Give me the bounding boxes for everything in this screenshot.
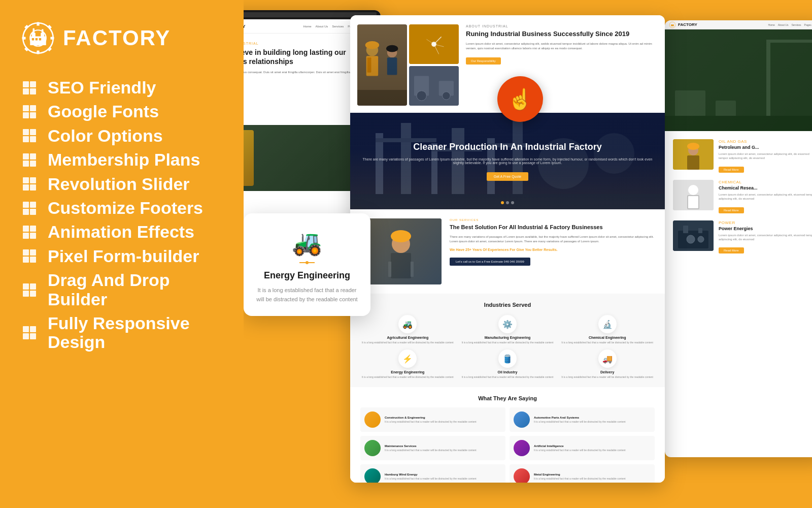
- feature-item-slider: Revolution Slider: [20, 175, 223, 194]
- service-btn-petroleum[interactable]: Read More: [719, 167, 744, 173]
- hero-dot-3[interactable]: [511, 201, 514, 204]
- testimonial-text-2: Automotive Parts And Systems It is a lon…: [534, 416, 626, 424]
- feature-icon-form: [20, 247, 39, 265]
- ss-right-nav-items: Home About Us Services Pages Contact: [768, 23, 812, 26]
- ss-industries-section: Industries Served 🚜 Agricultural Enginee…: [350, 294, 665, 387]
- service-desc-power: Lorem ipsum dolor sit amet, consectetur …: [719, 233, 812, 242]
- testimonial-text-6: Metal Engineering It is a long establish…: [534, 473, 626, 481]
- testimonial-avatar-4: [514, 440, 530, 456]
- svg-rect-5: [33, 28, 35, 34]
- testimonial-item-2: Automotive Parts And Systems It is a lon…: [510, 407, 655, 432]
- service-item-petroleum: OIL AND GAS Petroleum and G... Lorem ips…: [673, 139, 812, 173]
- service-img-power: [673, 220, 714, 251]
- ss-industries-title: Industries Served: [360, 302, 655, 308]
- ss-right-logo-area: FACTORY: [669, 21, 697, 28]
- feature-icon-animation: [20, 223, 39, 241]
- service-title-power: Power Energies: [719, 226, 812, 231]
- feature-item-responsive: Fully Responsive Design: [20, 314, 223, 352]
- svg-point-23: [366, 44, 379, 56]
- delivery-emoji: 🚚: [602, 354, 613, 364]
- feature-item-drag: Drag And Drop Builder: [20, 271, 223, 309]
- industry-desc-oil: It is a long established fact that a rea…: [460, 375, 555, 379]
- ss-right-logo-icon: [669, 21, 676, 28]
- logo-area: FACTORY: [20, 20, 223, 56]
- hero-dot-2[interactable]: [506, 201, 509, 204]
- feature-label-colors: Color Options: [48, 126, 163, 145]
- industry-desc-chemical: It is a long established fact that a rea…: [560, 341, 655, 344]
- hero-dot-1[interactable]: [501, 201, 504, 204]
- svg-rect-13: [51, 37, 54, 39]
- industry-manufacturing: ⚙️ Manufacturing Engineering It is a lon…: [460, 315, 555, 344]
- testimonial-title-6: Metal Engineering: [534, 473, 626, 476]
- testimonials-grid: Construction & Engineering It is a long …: [360, 407, 655, 483]
- industry-name-delivery: Delivery: [560, 370, 655, 374]
- service-btn-power[interactable]: Read More: [719, 247, 744, 253]
- feature-label-slider: Revolution Slider: [48, 175, 190, 194]
- svg-rect-8: [36, 38, 38, 40]
- hero-dots: [501, 201, 514, 204]
- feature-label-form: Pixel Form-builder: [48, 247, 199, 266]
- svg-point-71: [687, 143, 699, 150]
- industry-name-chemical: Chemical Engineering: [560, 336, 655, 339]
- feature-icon-fonts: [20, 103, 39, 121]
- svg-rect-79: [683, 226, 688, 233]
- testimonial-body-3: It is a long established fact that a rea…: [385, 449, 477, 452]
- svg-rect-17: [47, 47, 52, 52]
- machinery-img: [409, 66, 459, 106]
- screenshot-right: FACTORY Home About Us Services Pages Con…: [665, 20, 812, 457]
- industry-desc-manufacturing: It is a long established fact that a rea…: [460, 341, 555, 344]
- feature-item-colors: Color Options: [20, 126, 223, 145]
- ss-solution-highlight: We Have 25+ Years Of Experiences For Giv…: [450, 248, 655, 251]
- ss-solution-cta[interactable]: Let's call us to Get a Free Estimate 046…: [450, 258, 530, 266]
- nav-about: About Us: [316, 25, 328, 28]
- industry-chemical: 🔬 Chemical Engineering It is a long esta…: [560, 315, 655, 344]
- industry-name-energy: Energy Engineering: [360, 370, 455, 374]
- svg-rect-30: [357, 90, 407, 105]
- service-eyebrow-power: POWER: [719, 220, 812, 225]
- service-text-power: POWER Power Energies Lorem ipsum dolor s…: [719, 220, 812, 254]
- click-icon: ☝: [507, 87, 533, 111]
- svg-rect-80: [698, 228, 702, 233]
- ss-about-btn[interactable]: Our Responsibility: [466, 57, 501, 65]
- feature-icon-membership: [20, 151, 39, 169]
- industry-oil: 🛢️ Oil Industry It is a long established…: [460, 350, 555, 379]
- feature-label-responsive: Fully Responsive Design: [48, 314, 223, 352]
- ss-solution-section: OUR SERVICES The Best Solution For All I…: [350, 209, 665, 294]
- ss-hero-title: Cleaner Production In An Industrial Fact…: [360, 141, 655, 153]
- card-energy-title: Energy Engineering: [256, 270, 358, 281]
- testimonial-body-1: It is a long established fact that a rea…: [385, 420, 477, 424]
- feature-icon-colors: [20, 126, 39, 145]
- ss-hero-btn[interactable]: Get A Free Quote: [487, 172, 528, 181]
- svg-rect-63: [766, 40, 770, 121]
- svg-rect-68: [665, 116, 812, 131]
- card-energy-desc: It is a long established fact that a rea…: [256, 286, 358, 304]
- feature-label-footers: Customize Footers: [48, 199, 203, 217]
- ss-about-body: Lorem ipsum dolor sit amet, consectetur …: [466, 42, 655, 51]
- testimonial-avatar-2: [514, 411, 530, 428]
- petroleum-svg: [673, 139, 714, 170]
- testimonial-item-1: Construction & Engineering It is a long …: [360, 407, 505, 432]
- service-eyebrow-chemical: CHEMICAL: [719, 180, 812, 184]
- testimonial-avatar-1: [364, 411, 381, 428]
- svg-rect-58: [388, 262, 391, 277]
- manufacturing-emoji: ⚙️: [502, 320, 513, 329]
- service-item-chemical: CHEMICAL Chemical Resea... Lorem ipsum d…: [673, 180, 812, 213]
- svg-rect-57: [391, 253, 411, 278]
- svg-rect-72: [687, 155, 699, 170]
- service-text-chemical: CHEMICAL Chemical Resea... Lorem ipsum d…: [719, 180, 812, 213]
- service-title-petroleum: Petroleum and G...: [719, 145, 812, 150]
- ss-testimonials-title: What They Are Saying: [360, 395, 655, 401]
- service-btn-chemical[interactable]: Read More: [719, 207, 744, 213]
- feature-label-animation: Animation Effects: [48, 223, 194, 241]
- testimonial-title-2: Automotive Parts And Systems: [534, 416, 626, 419]
- svg-point-29: [386, 45, 398, 52]
- ss-about-img-main: [357, 24, 407, 106]
- testimonial-text-1: Construction & Engineering It is a long …: [385, 416, 477, 424]
- svg-point-82: [698, 236, 704, 242]
- machinery-svg: [409, 66, 459, 106]
- svg-rect-2: [30, 37, 46, 46]
- testimonial-title-3: Maintenance Services: [385, 444, 477, 448]
- ss-solution-title: The Best Solution For All Industrial & F…: [450, 224, 655, 231]
- svg-rect-76: [688, 196, 698, 208]
- service-title-chemical: Chemical Resea...: [719, 185, 812, 190]
